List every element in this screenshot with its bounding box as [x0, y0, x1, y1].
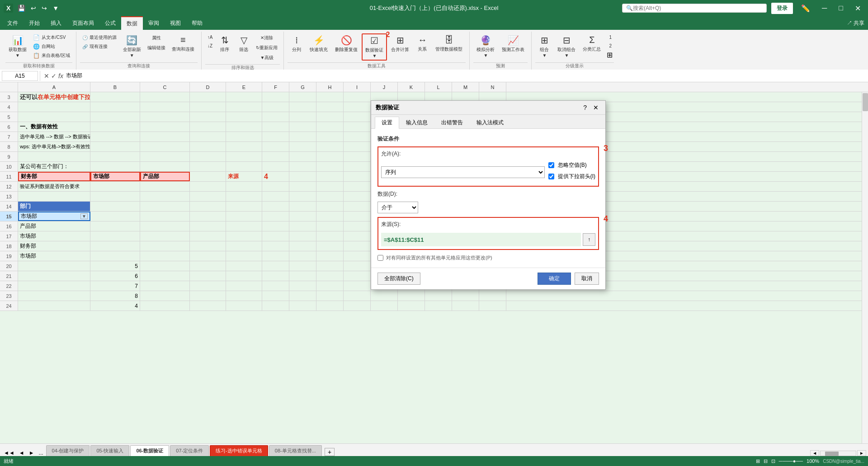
- cell-b3[interactable]: [90, 92, 140, 102]
- undo-button[interactable]: ↩: [29, 4, 38, 13]
- cell-i7[interactable]: [344, 132, 371, 141]
- cell-c11[interactable]: 产品部: [140, 172, 190, 181]
- cell-c22[interactable]: [140, 281, 190, 291]
- filter-button[interactable]: ▽ 筛选: [235, 33, 253, 61]
- col-header-l[interactable]: L: [425, 82, 452, 92]
- cell-a13[interactable]: [18, 192, 90, 201]
- recent-sources-button[interactable]: 🕐 最近使用的源: [80, 33, 119, 42]
- cell-b16[interactable]: [90, 221, 140, 231]
- col-header-j[interactable]: J: [371, 82, 398, 92]
- spreadsheet[interactable]: A B C D E F G H I J K L M N 3 还可以 在单元格中创…: [0, 82, 868, 443]
- cell-d4[interactable]: [190, 102, 226, 112]
- cell-g7[interactable]: [289, 132, 316, 141]
- tab-view[interactable]: 视图: [165, 16, 186, 30]
- cell-h4[interactable]: [316, 102, 344, 112]
- dv-tab-error-alert[interactable]: 出错警告: [434, 117, 470, 128]
- search-input[interactable]: [633, 5, 750, 11]
- col-header-b[interactable]: B: [90, 82, 140, 92]
- cell-d17[interactable]: [190, 231, 226, 241]
- cell-a24[interactable]: [18, 301, 90, 311]
- cell-g14[interactable]: [289, 202, 316, 211]
- cell-g9[interactable]: [289, 152, 316, 161]
- cell-h21[interactable]: [316, 271, 344, 281]
- save-button[interactable]: 💾: [16, 4, 27, 13]
- cell-i9[interactable]: [344, 152, 371, 161]
- cell-f11[interactable]: 4: [262, 172, 289, 181]
- zoom-slider[interactable]: ────●──: [779, 458, 803, 464]
- cell-a3[interactable]: 还可以 在单元格中创建下拉列表菜单 方便用户选择输入。: [18, 92, 90, 102]
- col-header-c[interactable]: C: [140, 82, 190, 92]
- cell-e17[interactable]: [226, 231, 262, 241]
- relationships-button[interactable]: ↔ 关系: [413, 33, 431, 61]
- col-header-e[interactable]: E: [226, 82, 262, 92]
- tab-04-create[interactable]: 04-创建与保护: [46, 445, 90, 456]
- cell-l23[interactable]: [425, 291, 452, 301]
- tab-help[interactable]: 帮助: [186, 16, 208, 30]
- cell-m23[interactable]: [452, 291, 479, 301]
- cell-i13[interactable]: [344, 192, 371, 201]
- cell-m24[interactable]: [452, 301, 479, 311]
- cell-d3[interactable]: [190, 92, 226, 102]
- dv-dropdown-checkbox[interactable]: [548, 174, 554, 179]
- cell-h13[interactable]: [316, 192, 344, 201]
- cell-e8[interactable]: [226, 142, 262, 151]
- cell-e3[interactable]: [226, 92, 262, 102]
- cell-g16[interactable]: [289, 221, 316, 231]
- cell-b8[interactable]: [90, 142, 140, 151]
- maximize-button[interactable]: □: [835, 3, 847, 13]
- sheet-scroll-right[interactable]: ►: [857, 450, 866, 456]
- share-button[interactable]: ↗ 共享: [847, 19, 864, 27]
- cell-d7[interactable]: [190, 132, 226, 141]
- view-layout-icon[interactable]: ⊟: [764, 458, 768, 464]
- cell-d24[interactable]: [190, 301, 226, 311]
- properties-button[interactable]: 属性: [145, 33, 168, 42]
- cell-b24[interactable]: 4: [90, 301, 140, 311]
- cell-f4[interactable]: [262, 102, 289, 112]
- cell-g3[interactable]: [289, 92, 316, 102]
- cell-f8[interactable]: [262, 142, 289, 151]
- cell-i10[interactable]: [344, 162, 371, 171]
- cell-g10[interactable]: [289, 162, 316, 171]
- cell-e24[interactable]: [226, 301, 262, 311]
- sheet-nav-first[interactable]: ◄◄: [2, 450, 16, 456]
- dv-cancel-button[interactable]: 取消: [575, 273, 599, 285]
- tab-practice-error[interactable]: 练习-选中错误单元格: [210, 445, 268, 456]
- cell-e7[interactable]: [226, 132, 262, 141]
- dv-tab-input-info[interactable]: 输入信息: [399, 117, 434, 128]
- cell-b4[interactable]: [90, 102, 140, 112]
- dv-allow-select[interactable]: 序列 任何值 整数 小数 日期 时间 文本长度 自定义: [381, 166, 545, 178]
- cell-g21[interactable]: [289, 271, 316, 281]
- dv-tab-ime[interactable]: 输入法模式: [470, 117, 510, 128]
- cell-i3[interactable]: [344, 92, 371, 102]
- cell-a8[interactable]: wps: 选中单元格->数据->有效性: [18, 142, 90, 151]
- cell-a10[interactable]: 某公司有三个部门：: [18, 162, 90, 171]
- cell-h24[interactable]: [316, 301, 344, 311]
- cell-e12[interactable]: [226, 182, 262, 191]
- cell-e4[interactable]: [226, 102, 262, 112]
- cell-d5[interactable]: [190, 112, 226, 122]
- cell-h10[interactable]: [316, 162, 344, 171]
- edit-links-button[interactable]: 编辑链接: [145, 43, 168, 52]
- query-connections-button[interactable]: ≡ 查询和连接: [169, 33, 198, 61]
- col-header-m[interactable]: M: [452, 82, 479, 92]
- sheet-nav-next[interactable]: ►: [27, 450, 36, 456]
- dv-data-select[interactable]: 介于 未介于 等于 不等于 大于 小于 大于或等于 小于或等于: [377, 202, 418, 213]
- dv-close-button[interactable]: ✕: [591, 104, 601, 112]
- cell-h5[interactable]: [316, 112, 344, 122]
- redo-button[interactable]: ↪: [40, 4, 49, 13]
- flash-fill-button[interactable]: ⚡ 快速填充: [307, 33, 331, 61]
- clear-filter-button[interactable]: ✕清除: [254, 33, 280, 42]
- cell-f24[interactable]: [262, 301, 289, 311]
- formula-input[interactable]: [65, 72, 866, 80]
- cell-e11[interactable]: 来源: [226, 172, 262, 181]
- cell-j23[interactable]: [371, 291, 398, 301]
- cell-d6[interactable]: [190, 122, 226, 132]
- cell-b6[interactable]: [90, 122, 140, 132]
- cell-b23[interactable]: 8: [90, 291, 140, 301]
- col-header-f[interactable]: F: [262, 82, 289, 92]
- cell-i15[interactable]: [344, 212, 371, 221]
- outline-expand-icon[interactable]: ⊞: [607, 51, 614, 59]
- cell-g8[interactable]: [289, 142, 316, 151]
- from-text-csv-button[interactable]: 📄 从文本/CSV: [31, 33, 72, 42]
- cell-i6[interactable]: [344, 122, 371, 132]
